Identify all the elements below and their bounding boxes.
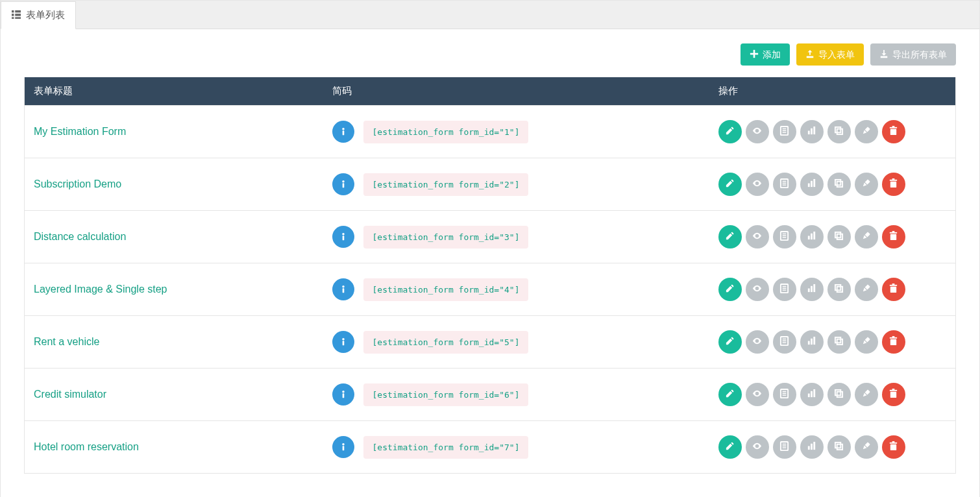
- form-title-link[interactable]: Rent a vehicle: [34, 336, 99, 347]
- stats-icon: [807, 336, 816, 348]
- shortcode-text[interactable]: [estimation_form form_id="2"]: [363, 173, 529, 196]
- shortcode-text[interactable]: [estimation_form form_id="4"]: [363, 278, 529, 301]
- duplicate-button[interactable]: [827, 120, 851, 143]
- preview-button[interactable]: [746, 225, 769, 248]
- stats-button[interactable]: [800, 330, 824, 354]
- design-button[interactable]: [855, 383, 878, 406]
- edit-button[interactable]: [718, 435, 742, 459]
- info-icon[interactable]: [332, 226, 354, 248]
- shortcode-text[interactable]: [estimation_form form_id="5"]: [363, 331, 529, 354]
- import-button[interactable]: 导入表单: [796, 43, 864, 66]
- form-title-link[interactable]: Distance calculation: [34, 231, 126, 242]
- info-icon[interactable]: [332, 278, 354, 300]
- add-button[interactable]: 添加: [741, 43, 790, 66]
- export-all-button[interactable]: 导出所有表单: [870, 43, 956, 66]
- preview-button[interactable]: [746, 278, 769, 301]
- edit-button[interactable]: [718, 173, 742, 196]
- delete-button[interactable]: [882, 330, 905, 354]
- duplicate-button[interactable]: [827, 383, 851, 406]
- shortcode-text[interactable]: [estimation_form form_id="3"]: [363, 226, 529, 248]
- delete-button[interactable]: [882, 173, 905, 196]
- stats-button[interactable]: [800, 173, 824, 196]
- table-row: My Estimation Form[estimation_form form_…: [25, 106, 956, 158]
- stats-button[interactable]: [800, 383, 824, 406]
- tab-form-list[interactable]: 表单列表: [1, 1, 76, 29]
- entries-button[interactable]: [773, 383, 796, 406]
- delete-icon: [888, 336, 898, 348]
- stats-icon: [807, 178, 816, 190]
- form-title-link[interactable]: Credit simulator: [34, 389, 106, 400]
- entries-icon: [779, 231, 789, 243]
- edit-button[interactable]: [718, 330, 742, 354]
- stats-button[interactable]: [800, 435, 824, 459]
- form-title-link[interactable]: Subscription Demo: [34, 178, 121, 189]
- design-icon: [861, 389, 871, 400]
- stats-icon: [807, 231, 816, 243]
- shortcode-text[interactable]: [estimation_form form_id="1"]: [363, 121, 529, 143]
- design-button[interactable]: [855, 173, 878, 196]
- shortcode-text[interactable]: [estimation_form form_id="7"]: [363, 436, 529, 459]
- entries-button[interactable]: [773, 120, 796, 143]
- edit-icon: [725, 178, 735, 190]
- stats-button[interactable]: [800, 278, 824, 301]
- design-button[interactable]: [855, 278, 878, 301]
- delete-icon: [888, 284, 898, 295]
- design-button[interactable]: [855, 330, 878, 354]
- duplicate-button[interactable]: [827, 225, 851, 248]
- delete-button[interactable]: [882, 383, 905, 406]
- form-title-link[interactable]: Layered Image & Single step: [34, 284, 167, 295]
- delete-icon: [888, 126, 898, 138]
- stats-button[interactable]: [800, 120, 824, 143]
- svg-rect-3: [15, 14, 21, 16]
- form-title-link[interactable]: My Estimation Form: [34, 126, 126, 137]
- design-button[interactable]: [855, 225, 878, 248]
- delete-button[interactable]: [882, 278, 905, 301]
- edit-button[interactable]: [718, 225, 742, 248]
- entries-button[interactable]: [773, 225, 796, 248]
- preview-button[interactable]: [746, 435, 769, 459]
- preview-button[interactable]: [746, 330, 769, 354]
- preview-icon: [752, 389, 762, 400]
- info-icon[interactable]: [332, 173, 354, 195]
- edit-icon: [725, 441, 735, 453]
- preview-button[interactable]: [746, 383, 769, 406]
- info-icon[interactable]: [332, 383, 354, 406]
- delete-button[interactable]: [882, 435, 905, 459]
- info-icon[interactable]: [332, 121, 354, 143]
- list-icon: [12, 10, 21, 21]
- form-title-link[interactable]: Hotel room reservation: [34, 441, 139, 452]
- design-button[interactable]: [855, 435, 878, 459]
- entries-button[interactable]: [773, 330, 796, 354]
- info-icon[interactable]: [332, 436, 354, 458]
- entries-button[interactable]: [773, 435, 796, 459]
- entries-button[interactable]: [773, 173, 796, 196]
- preview-icon: [752, 231, 762, 243]
- duplicate-button[interactable]: [827, 435, 851, 459]
- delete-icon: [888, 441, 898, 453]
- duplicate-button[interactable]: [827, 278, 851, 301]
- edit-button[interactable]: [718, 120, 742, 143]
- duplicate-button[interactable]: [827, 330, 851, 354]
- table-area: 表单标题 简码 操作 My Estimation Form[estimation…: [1, 66, 979, 497]
- preview-button[interactable]: [746, 173, 769, 196]
- preview-icon: [752, 178, 762, 190]
- preview-button[interactable]: [746, 120, 769, 143]
- stats-button[interactable]: [800, 225, 824, 248]
- duplicate-button[interactable]: [827, 173, 851, 196]
- duplicate-icon: [834, 178, 844, 190]
- export-button-label: 导出所有表单: [892, 50, 947, 59]
- delete-icon: [888, 389, 898, 400]
- delete-button[interactable]: [882, 120, 905, 143]
- design-button[interactable]: [855, 120, 878, 143]
- shortcode-text[interactable]: [estimation_form form_id="6"]: [363, 383, 529, 406]
- entries-button[interactable]: [773, 278, 796, 301]
- design-icon: [861, 126, 871, 138]
- svg-rect-1: [15, 10, 21, 13]
- edit-button[interactable]: [718, 383, 742, 406]
- forms-table: 表单标题 简码 操作 My Estimation Form[estimation…: [24, 77, 956, 474]
- entries-icon: [779, 126, 789, 138]
- edit-button[interactable]: [718, 278, 742, 301]
- plus-icon: [750, 49, 759, 60]
- info-icon[interactable]: [332, 331, 354, 353]
- delete-button[interactable]: [882, 225, 905, 248]
